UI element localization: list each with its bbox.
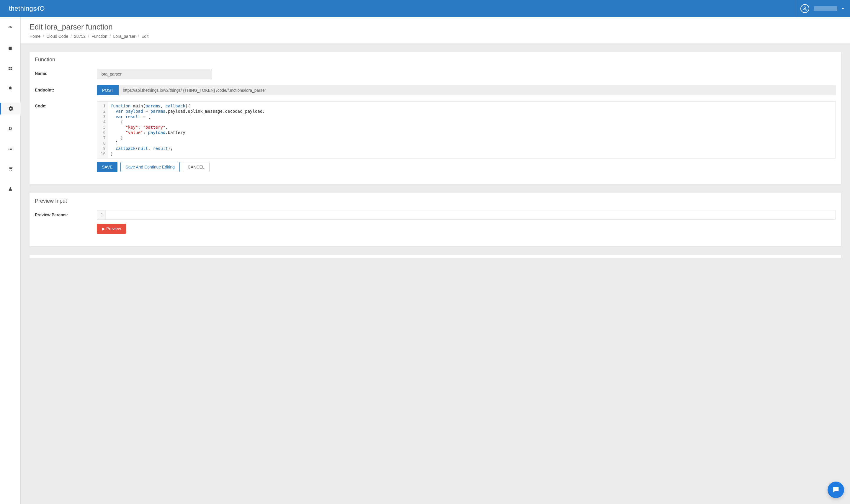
endpoint-url: https://api.thethings.io/v2/things/ {THI… — [119, 85, 836, 95]
svg-rect-2 — [8, 67, 10, 68]
user-menu-caret-icon[interactable] — [842, 8, 844, 10]
play-icon: ▶ — [102, 226, 105, 231]
user-avatar-icon[interactable] — [800, 4, 809, 13]
chat-widget-button[interactable] — [828, 482, 844, 498]
code-gutter: 12345678910 — [97, 102, 108, 158]
breadcrumb: Home / Cloud Code / 28752 / Function / L… — [30, 34, 841, 39]
page-title: Edit lora_parser function — [30, 22, 841, 32]
cancel-button[interactable]: CANCEL — [183, 162, 210, 172]
preview-params-label: Preview Params: — [35, 210, 97, 234]
breadcrumb-edit: Edit — [141, 34, 148, 39]
svg-point-14 — [10, 170, 10, 170]
logo[interactable]: thethingsiO — [9, 5, 45, 12]
breadcrumb-sep: / — [110, 34, 111, 39]
code-buttons: SAVE Save And Continue Editing CANCEL — [97, 162, 836, 172]
sidebar-item-cloud-code[interactable] — [0, 103, 21, 114]
svg-point-0 — [804, 7, 806, 8]
svg-rect-3 — [10, 67, 12, 68]
preview-gutter: 1 — [97, 210, 106, 219]
sidebar-item-users[interactable] — [0, 123, 21, 134]
breadcrumb-sep: / — [43, 34, 44, 39]
endpoint-label: Endpoint: — [35, 85, 97, 95]
preview-panel: Preview Input Preview Params: 1 ▶Preview — [30, 193, 841, 246]
save-continue-button[interactable]: Save And Continue Editing — [121, 162, 180, 172]
name-label: Name: — [35, 69, 97, 79]
svg-point-13 — [11, 149, 12, 150]
preview-button-label: Preview — [106, 226, 121, 231]
breadcrumb-id[interactable]: 28752 — [74, 34, 86, 39]
svg-rect-5 — [10, 69, 12, 70]
breadcrumb-cloud-code[interactable]: Cloud Code — [46, 34, 68, 39]
function-panel: Function Name: Endpoint: POST ht — [30, 52, 841, 184]
breadcrumb-function[interactable]: Function — [91, 34, 107, 39]
breadcrumb-sep: / — [138, 34, 139, 39]
svg-point-7 — [11, 127, 12, 129]
sidebar-item-alerts[interactable] — [0, 83, 21, 94]
svg-rect-1 — [9, 47, 12, 50]
sidebar-item-apps[interactable] — [0, 62, 21, 74]
page-header: Edit lora_parser function Home / Cloud C… — [21, 17, 850, 43]
breadcrumb-sep: / — [71, 34, 72, 39]
svg-point-12 — [10, 149, 11, 150]
svg-point-6 — [9, 127, 10, 129]
endpoint-bar: POST https://api.thethings.io/v2/things/… — [97, 85, 836, 95]
next-panel-edge — [30, 255, 841, 258]
preview-code-area[interactable] — [106, 210, 835, 219]
code-area[interactable]: function main(params, callback){ var pay… — [108, 102, 835, 158]
preview-panel-heading: Preview Input — [30, 193, 841, 208]
code-editor[interactable]: 12345678910 function main(params, callba… — [97, 101, 836, 159]
sidebar-item-dashboard[interactable] — [0, 22, 21, 34]
sidebar-item-cart[interactable] — [0, 163, 21, 175]
sidebar-item-monitor[interactable] — [0, 143, 21, 155]
endpoint-method-badge: POST — [97, 85, 119, 95]
breadcrumb-sep: / — [88, 34, 89, 39]
svg-point-11 — [8, 149, 10, 150]
function-panel-heading: Function — [30, 52, 841, 66]
svg-rect-4 — [8, 69, 10, 70]
sidebar-item-lab[interactable] — [0, 183, 21, 195]
svg-point-8 — [8, 148, 10, 149]
header-user-area — [796, 0, 844, 17]
user-name[interactable] — [814, 6, 837, 11]
code-label: Code: — [35, 101, 97, 172]
sidebar — [0, 17, 21, 504]
sidebar-item-things[interactable] — [0, 42, 21, 54]
top-header: thethingsiO — [0, 0, 850, 17]
main-content: Edit lora_parser function Home / Cloud C… — [21, 17, 850, 504]
svg-point-10 — [11, 148, 12, 149]
preview-button[interactable]: ▶Preview — [97, 224, 126, 234]
svg-point-9 — [10, 148, 11, 149]
name-input[interactable] — [97, 69, 212, 79]
breadcrumb-lora-parser[interactable]: Lora_parser — [113, 34, 136, 39]
breadcrumb-home[interactable]: Home — [30, 34, 40, 39]
preview-params-editor[interactable]: 1 — [97, 210, 836, 219]
save-button[interactable]: SAVE — [97, 162, 117, 172]
svg-point-15 — [11, 170, 12, 170]
header-divider — [796, 0, 796, 17]
